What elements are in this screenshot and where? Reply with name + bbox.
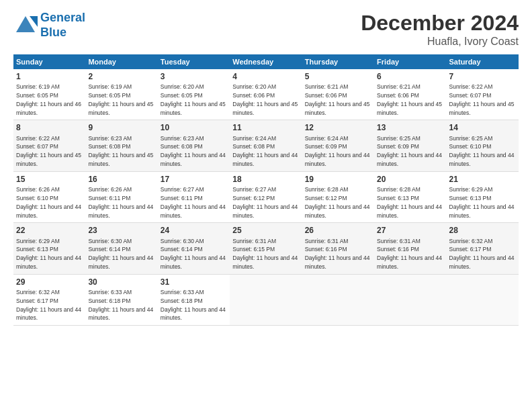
day-cell — [230, 274, 302, 325]
day-cell: 2Sunrise: 6:19 AMSunset: 6:05 PMDaylight… — [85, 69, 157, 120]
day-info: Sunrise: 6:21 AMSunset: 6:06 PMDaylight:… — [305, 83, 370, 116]
day-info: Sunrise: 6:33 AMSunset: 6:18 PMDaylight:… — [161, 289, 226, 321]
day-cell: 28Sunrise: 6:32 AMSunset: 6:17 PMDayligh… — [447, 223, 519, 274]
day-number: 21 — [449, 174, 516, 185]
day-number: 8 — [16, 122, 83, 133]
day-number: 11 — [232, 122, 299, 133]
day-cell: 31Sunrise: 6:33 AMSunset: 6:18 PMDayligh… — [158, 274, 230, 325]
day-info: Sunrise: 6:29 AMSunset: 6:13 PMDaylight:… — [449, 186, 515, 218]
day-cell: 17Sunrise: 6:27 AMSunset: 6:11 PMDayligh… — [158, 171, 230, 222]
day-cell: 18Sunrise: 6:27 AMSunset: 6:12 PMDayligh… — [230, 171, 302, 222]
day-info: Sunrise: 6:29 AMSunset: 6:13 PMDaylight:… — [16, 238, 81, 270]
day-info: Sunrise: 6:21 AMSunset: 6:06 PMDaylight:… — [377, 83, 442, 116]
day-info: Sunrise: 6:30 AMSunset: 6:14 PMDaylight:… — [88, 238, 153, 270]
day-cell: 16Sunrise: 6:26 AMSunset: 6:11 PMDayligh… — [85, 171, 157, 222]
day-number: 5 — [305, 71, 371, 82]
day-info: Sunrise: 6:25 AMSunset: 6:09 PMDaylight:… — [377, 135, 442, 167]
day-cell: 7Sunrise: 6:22 AMSunset: 6:07 PMDaylight… — [447, 69, 519, 120]
col-tuesday: Tuesday — [158, 54, 230, 69]
month-title: December 2024 — [361, 11, 519, 36]
day-cell: 19Sunrise: 6:28 AMSunset: 6:12 PMDayligh… — [302, 171, 374, 222]
day-info: Sunrise: 6:31 AMSunset: 6:16 PMDaylight:… — [305, 238, 370, 270]
day-info: Sunrise: 6:22 AMSunset: 6:07 PMDaylight:… — [449, 83, 515, 116]
day-cell: 15Sunrise: 6:26 AMSunset: 6:10 PMDayligh… — [13, 171, 85, 222]
day-number: 7 — [449, 71, 516, 82]
day-cell — [302, 274, 374, 325]
day-number: 10 — [161, 122, 227, 133]
day-info: Sunrise: 6:24 AMSunset: 6:08 PMDaylight:… — [232, 135, 298, 167]
day-number: 19 — [305, 174, 371, 185]
day-info: Sunrise: 6:20 AMSunset: 6:06 PMDaylight:… — [232, 83, 298, 116]
day-info: Sunrise: 6:30 AMSunset: 6:14 PMDaylight:… — [161, 238, 226, 270]
day-number: 3 — [161, 71, 227, 82]
day-cell: 4Sunrise: 6:20 AMSunset: 6:06 PMDaylight… — [230, 69, 302, 120]
day-number: 20 — [377, 174, 443, 185]
week-row-5: 29Sunrise: 6:32 AMSunset: 6:17 PMDayligh… — [13, 274, 519, 325]
day-number: 28 — [449, 225, 516, 236]
day-number: 15 — [16, 174, 83, 185]
day-number: 2 — [88, 71, 154, 82]
week-row-1: 1Sunrise: 6:19 AMSunset: 6:05 PMDaylight… — [13, 69, 519, 120]
day-cell: 10Sunrise: 6:23 AMSunset: 6:08 PMDayligh… — [158, 120, 230, 171]
logo-text: General Blue — [40, 11, 85, 40]
day-cell: 12Sunrise: 6:24 AMSunset: 6:09 PMDayligh… — [302, 120, 374, 171]
day-cell: 11Sunrise: 6:24 AMSunset: 6:08 PMDayligh… — [230, 120, 302, 171]
day-number: 27 — [377, 225, 443, 236]
day-cell: 23Sunrise: 6:30 AMSunset: 6:14 PMDayligh… — [85, 223, 157, 274]
day-info: Sunrise: 6:32 AMSunset: 6:17 PMDaylight:… — [16, 289, 81, 321]
day-cell: 30Sunrise: 6:33 AMSunset: 6:18 PMDayligh… — [85, 274, 157, 325]
day-cell: 21Sunrise: 6:29 AMSunset: 6:13 PMDayligh… — [447, 171, 519, 222]
day-number: 17 — [161, 174, 227, 185]
day-info: Sunrise: 6:31 AMSunset: 6:15 PMDaylight:… — [232, 238, 298, 270]
day-number: 24 — [161, 225, 227, 236]
day-info: Sunrise: 6:24 AMSunset: 6:09 PMDaylight:… — [305, 135, 370, 167]
day-number: 23 — [88, 225, 154, 236]
day-info: Sunrise: 6:19 AMSunset: 6:05 PMDaylight:… — [88, 83, 153, 116]
location-title: Huafla, Ivory Coast — [361, 36, 519, 48]
logo: General Blue — [13, 11, 85, 40]
day-number: 22 — [16, 225, 83, 236]
week-row-4: 22Sunrise: 6:29 AMSunset: 6:13 PMDayligh… — [13, 223, 519, 274]
day-number: 31 — [161, 277, 227, 287]
day-info: Sunrise: 6:28 AMSunset: 6:13 PMDaylight:… — [377, 186, 442, 218]
day-cell: 24Sunrise: 6:30 AMSunset: 6:14 PMDayligh… — [158, 223, 230, 274]
col-sunday: Sunday — [13, 54, 85, 69]
day-info: Sunrise: 6:32 AMSunset: 6:17 PMDaylight:… — [449, 238, 515, 270]
day-cell: 3Sunrise: 6:20 AMSunset: 6:05 PMDaylight… — [158, 69, 230, 120]
col-thursday: Thursday — [302, 54, 374, 69]
day-number: 6 — [377, 71, 443, 82]
col-wednesday: Wednesday — [230, 54, 302, 69]
calendar-table: Sunday Monday Tuesday Wednesday Thursday… — [13, 54, 519, 326]
day-number: 26 — [305, 225, 371, 236]
day-number: 16 — [88, 174, 154, 185]
week-row-3: 15Sunrise: 6:26 AMSunset: 6:10 PMDayligh… — [13, 171, 519, 222]
day-cell — [447, 274, 519, 325]
day-cell: 5Sunrise: 6:21 AMSunset: 6:06 PMDaylight… — [302, 69, 374, 120]
day-number: 4 — [232, 71, 299, 82]
day-cell: 27Sunrise: 6:31 AMSunset: 6:16 PMDayligh… — [374, 223, 446, 274]
day-info: Sunrise: 6:31 AMSunset: 6:16 PMDaylight:… — [377, 238, 442, 270]
header: General Blue December 2024 Huafla, Ivory… — [13, 11, 519, 48]
day-cell: 9Sunrise: 6:23 AMSunset: 6:08 PMDaylight… — [85, 120, 157, 171]
title-block: December 2024 Huafla, Ivory Coast — [361, 11, 519, 48]
day-info: Sunrise: 6:26 AMSunset: 6:10 PMDaylight:… — [16, 186, 81, 218]
day-info: Sunrise: 6:25 AMSunset: 6:10 PMDaylight:… — [449, 135, 515, 167]
day-cell: 13Sunrise: 6:25 AMSunset: 6:09 PMDayligh… — [374, 120, 446, 171]
day-number: 12 — [305, 122, 371, 133]
day-cell: 1Sunrise: 6:19 AMSunset: 6:05 PMDaylight… — [13, 69, 85, 120]
logo-general: General — [40, 11, 85, 24]
day-cell: 14Sunrise: 6:25 AMSunset: 6:10 PMDayligh… — [447, 120, 519, 171]
day-number: 14 — [449, 122, 516, 133]
day-info: Sunrise: 6:19 AMSunset: 6:05 PMDaylight:… — [16, 83, 81, 116]
logo-blue: Blue — [40, 26, 66, 39]
week-row-2: 8Sunrise: 6:22 AMSunset: 6:07 PMDaylight… — [13, 120, 519, 171]
day-info: Sunrise: 6:27 AMSunset: 6:12 PMDaylight:… — [232, 186, 298, 218]
day-info: Sunrise: 6:28 AMSunset: 6:12 PMDaylight:… — [305, 186, 370, 218]
day-info: Sunrise: 6:23 AMSunset: 6:08 PMDaylight:… — [88, 135, 153, 167]
header-row: Sunday Monday Tuesday Wednesday Thursday… — [13, 54, 519, 69]
col-friday: Friday — [374, 54, 446, 69]
col-monday: Monday — [85, 54, 157, 69]
day-info: Sunrise: 6:27 AMSunset: 6:11 PMDaylight:… — [161, 186, 226, 218]
day-number: 1 — [16, 71, 83, 82]
day-cell: 22Sunrise: 6:29 AMSunset: 6:13 PMDayligh… — [13, 223, 85, 274]
